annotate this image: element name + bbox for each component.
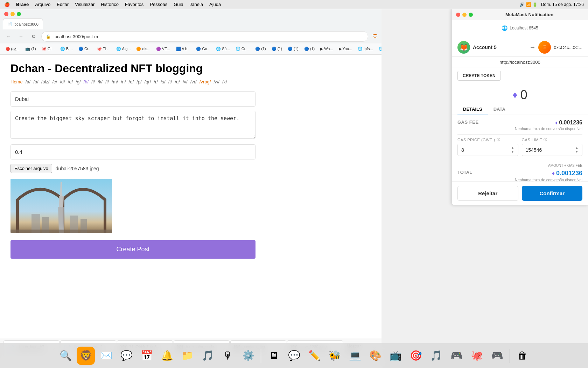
bookmark-loc[interactable]: 🌐 loc...	[377, 46, 382, 52]
address-bar[interactable]: 🔒 localhost:3000/post-m	[41, 31, 368, 42]
mm-window-close[interactable]	[456, 13, 460, 17]
nav-link-c[interactable]: /c/	[52, 79, 57, 84]
bookmark-wo[interactable]: ▶ Wo...	[318, 46, 335, 52]
mm-gas-price-input[interactable]: 8 ▲ ▼	[457, 144, 518, 156]
value-input[interactable]	[10, 144, 255, 159]
nav-link-biz[interactable]: /biz/	[41, 79, 50, 84]
nav-link-p[interactable]: /p/	[136, 79, 141, 84]
bookmark-pla[interactable]: 🔴 Pla...	[4, 46, 22, 52]
menu-ajuda[interactable]: Ajuda	[209, 2, 221, 7]
apple-menu[interactable]: 🍎	[4, 2, 10, 7]
menu-editar[interactable]: Editar	[57, 2, 69, 7]
dock-league[interactable]: 🎮	[447, 347, 465, 365]
mm-gas-price-up[interactable]: ▲	[511, 146, 514, 150]
bookmark-dis[interactable]: 🟠 dis...	[134, 46, 152, 52]
reload-button[interactable]: ↻	[29, 32, 38, 41]
nav-link-l[interactable]: /l/	[105, 79, 109, 84]
active-tab[interactable]: 📄 localhost:3000	[3, 18, 43, 29]
mm-gas-limit-down[interactable]: ▼	[575, 150, 579, 154]
nav-link-e[interactable]: /e/	[68, 79, 73, 84]
nav-link-d[interactable]: /d/	[60, 79, 65, 84]
content-textarea[interactable]: Create the biggest sky scraper but forgo…	[10, 111, 255, 139]
dock-vscode[interactable]: 💻	[346, 347, 364, 365]
nav-link-i[interactable]: /i/	[91, 79, 95, 84]
bookmark-th[interactable]: 🐙 Th...	[95, 46, 113, 52]
nav-link-o[interactable]: /o/	[129, 79, 134, 84]
dock-git[interactable]: 🐝	[326, 347, 344, 365]
dock-calendar[interactable]: 📅	[138, 347, 156, 365]
dock-spotify[interactable]: 🎵	[427, 347, 445, 365]
mm-reject-button[interactable]: Rejeitar	[457, 186, 518, 201]
dock-messages[interactable]: 💬	[117, 347, 135, 365]
nav-link-b[interactable]: /b/	[33, 79, 38, 84]
dock-github[interactable]: 🐙	[468, 347, 486, 365]
nav-link-h[interactable]: /h/	[84, 79, 89, 84]
dock-files[interactable]: 📁	[178, 347, 196, 365]
bookmark-you[interactable]: ▶ You...	[337, 46, 355, 52]
bookmark-sa[interactable]: 🌐 Sá...	[214, 46, 232, 52]
mm-gas-price-info-icon[interactable]: ⓘ	[497, 137, 500, 142]
nav-link-vrpg[interactable]: /vrpg/	[200, 79, 211, 84]
menu-guia[interactable]: Guia	[174, 2, 183, 7]
nav-link-x[interactable]: /x/	[222, 79, 227, 84]
mm-window-minimize[interactable]	[462, 13, 467, 17]
menu-brave[interactable]: Brave	[16, 2, 29, 7]
dock-unity[interactable]: 🎯	[407, 347, 425, 365]
dock-podcast[interactable]: 🎙	[219, 347, 237, 365]
nav-link-m[interactable]: /m/	[112, 79, 118, 84]
dock-settings[interactable]: ⚙️	[239, 347, 257, 365]
bookmark-1[interactable]: 📺 (1)	[23, 46, 38, 52]
nav-link-t[interactable]: /t/	[168, 79, 172, 84]
menu-arquivo[interactable]: Arquivo	[35, 2, 50, 7]
dock-lol[interactable]: 🎮	[488, 347, 506, 365]
mm-gas-price-stepper[interactable]: ▲ ▼	[511, 146, 514, 154]
bookmark-li2[interactable]: 🔵 (1)	[270, 46, 285, 52]
mm-create-token-button[interactable]: CREATE TOKEN	[457, 71, 501, 81]
dock-terminal[interactable]: 🖥	[265, 347, 283, 365]
window-minimize[interactable]	[10, 12, 15, 16]
dock-draw[interactable]: ✏️	[305, 347, 323, 365]
bookmark-ipfs[interactable]: 🌐 ipfs...	[356, 46, 375, 52]
dock-brave[interactable]: 🦁	[77, 347, 95, 365]
nav-link-v[interactable]: /v/	[183, 79, 188, 84]
bookmark-li1[interactable]: 🔵 (1)	[253, 46, 268, 52]
create-post-button[interactable]: Create Post	[10, 240, 255, 259]
nav-link-s[interactable]: /s/	[161, 79, 166, 84]
dock-live[interactable]: 📺	[386, 347, 405, 365]
bookmark-li4[interactable]: 🔵 (1)	[302, 46, 317, 52]
bookmark-bi[interactable]: 🌐 Bi...	[58, 46, 75, 52]
nav-home[interactable]: Home	[10, 79, 23, 84]
mm-confirm-button[interactable]: Confirmar	[522, 186, 583, 201]
back-button[interactable]: ←	[4, 32, 13, 41]
dock-discord[interactable]: 💬	[285, 347, 303, 365]
nav-link-g[interactable]: /g/	[76, 79, 80, 84]
window-maximize[interactable]	[17, 12, 21, 16]
menu-visualizar[interactable]: Visualizar	[75, 2, 94, 7]
bookmark-ab[interactable]: 🟦 A b...	[174, 46, 193, 52]
dock-mail[interactable]: ✉️	[97, 347, 115, 365]
nav-link-r[interactable]: /r/	[154, 79, 158, 84]
nav-link-n[interactable]: /n/	[121, 79, 126, 84]
dock-music[interactable]: 🎵	[198, 347, 217, 365]
mm-gas-limit-info-icon[interactable]: ⓘ	[544, 137, 547, 142]
nav-link-k[interactable]: /k/	[98, 79, 103, 84]
dock-notifications[interactable]: 🔔	[158, 347, 176, 365]
nav-link-w[interactable]: /w/	[214, 79, 219, 84]
menu-historico[interactable]: Histórico	[101, 2, 119, 7]
bookmark-gi[interactable]: 🐙 Gi...	[40, 46, 57, 52]
mm-gas-limit-up[interactable]: ▲	[575, 146, 579, 150]
nav-link-vr[interactable]: /vr/	[190, 79, 197, 84]
bookmark-go[interactable]: 🔵 Go...	[194, 46, 212, 52]
title-input[interactable]	[10, 91, 255, 107]
mm-gas-limit-input[interactable]: 154546 ▲ ▼	[522, 144, 583, 156]
bookmark-cu[interactable]: 🌐 Cu...	[233, 46, 252, 52]
mm-tab-data[interactable]: DATA	[488, 104, 511, 115]
bookmark-ag[interactable]: 🌐 A g...	[114, 46, 133, 52]
nav-link-a[interactable]: /a/	[26, 79, 30, 84]
bookmark-cr[interactable]: 🔵 Cr...	[76, 46, 93, 52]
dock-finder[interactable]: 🔍	[56, 347, 75, 365]
bookmark-li3[interactable]: 🔵 (1)	[286, 46, 301, 52]
menu-janela[interactable]: Janela	[190, 2, 203, 7]
menu-pessoas[interactable]: Pessoas	[150, 2, 167, 7]
nav-link-qr[interactable]: /qr/	[145, 79, 151, 84]
